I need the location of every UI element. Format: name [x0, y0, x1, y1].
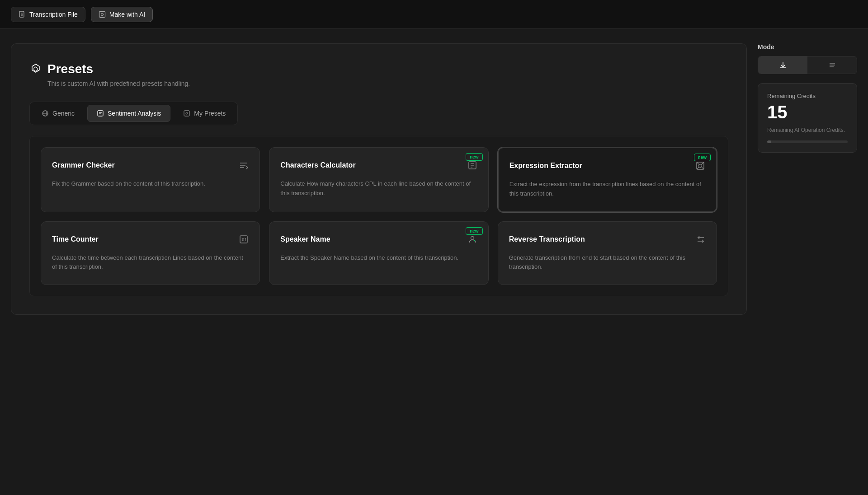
page-header: Presets This is custom AI with predefine… — [29, 62, 728, 87]
card-grammer-checker[interactable]: Grammer Checker Fix the Grammer based on… — [41, 147, 260, 212]
credits-bar-fill — [767, 140, 771, 143]
new-badge-characters: new — [466, 153, 482, 161]
card-desc-time: Calculate the time between each transcri… — [52, 253, 249, 272]
card-characters-calculator[interactable]: new Characters Calculator Calculate How … — [269, 147, 488, 212]
sentiment-icon — [97, 110, 104, 117]
tab-my-presets-label: My Presets — [194, 110, 226, 117]
main-layout: Presets This is custom AI with predefine… — [0, 29, 868, 329]
card-title-expression: Expression Extractor — [509, 162, 582, 170]
time-counter-icon: 01 — [239, 234, 249, 244]
credits-label: Remaining Credits — [767, 93, 848, 99]
globe-icon — [42, 110, 49, 117]
mode-label: Mode — [758, 43, 857, 51]
card-title-time: Time Counter — [52, 235, 99, 243]
characters-calculator-icon — [467, 160, 477, 170]
tab-sentiment-analysis[interactable]: Sentiment Analysis — [87, 105, 170, 122]
presets-header-icon — [29, 63, 42, 75]
transcription-file-label: Transcription File — [29, 11, 78, 18]
new-badge-speaker: new — [466, 227, 482, 235]
transcription-file-icon — [19, 11, 26, 18]
card-header-speaker: Speaker Name — [280, 234, 477, 244]
credits-card: Remaining Credits 15 Remaining AI Operat… — [758, 83, 857, 153]
topbar-dots — [158, 14, 857, 15]
svg-point-13 — [186, 112, 188, 114]
ai-icon — [99, 11, 106, 18]
svg-text:01: 01 — [242, 238, 247, 242]
card-header-grammer: Grammer Checker — [52, 160, 249, 170]
speaker-name-icon — [467, 234, 477, 244]
card-speaker-name[interactable]: new Speaker Name Extract the Speaker Nam… — [269, 221, 488, 285]
card-desc-reverse: Generate transcription from end to start… — [509, 253, 706, 272]
card-desc-speaker: Extract the Speaker Name based on the co… — [280, 253, 477, 263]
svg-rect-4 — [99, 11, 105, 17]
page-title-row: Presets — [29, 62, 93, 76]
tab-my-presets[interactable]: My Presets — [174, 105, 235, 122]
svg-rect-9 — [98, 111, 103, 116]
card-reverse-transcription[interactable]: Reverse Transcription Generate transcrip… — [498, 221, 717, 285]
credits-bar — [767, 140, 848, 143]
card-header-expression: Expression Extractor — [509, 161, 705, 171]
tabs: Generic Sentiment Analysis My Presets — [29, 102, 238, 125]
svg-point-29 — [471, 236, 474, 239]
make-with-ai-button[interactable]: Make with AI — [91, 7, 153, 22]
expression-extractor-icon — [695, 161, 705, 171]
svg-point-22 — [699, 164, 702, 168]
mode-switcher — [758, 56, 857, 74]
card-header-reverse: Reverse Transcription — [509, 234, 706, 244]
reverse-transcription-icon — [696, 234, 706, 244]
topbar: Transcription File Make with AI — [0, 0, 868, 29]
card-header-time: Time Counter 01 — [52, 234, 249, 244]
tab-generic-label: Generic — [52, 110, 75, 117]
card-desc-grammer: Fix the Grammer based on the content of … — [52, 179, 249, 189]
card-header-characters: Characters Calculator — [280, 160, 477, 170]
page-subtitle: This is custom AI with predefined preset… — [47, 80, 190, 87]
page-title: Presets — [47, 62, 93, 76]
make-with-ai-label: Make with AI — [109, 11, 145, 18]
cards-container: Grammer Checker Fix the Grammer based on… — [29, 136, 728, 296]
right-sidebar: Mode Remaining Credits 15 Remaining — [758, 43, 857, 315]
credits-sublabel: Remaining AI Operation Credits. — [767, 126, 848, 134]
tab-sentiment-label: Sentiment Analysis — [108, 110, 161, 117]
cards-grid: Grammer Checker Fix the Grammer based on… — [41, 147, 717, 285]
list-icon — [828, 61, 836, 69]
grammer-checker-icon — [239, 160, 249, 170]
svg-point-5 — [101, 13, 103, 15]
card-title-reverse: Reverse Transcription — [509, 235, 585, 243]
credits-number: 15 — [767, 103, 848, 121]
card-title-speaker: Speaker Name — [280, 235, 330, 243]
download-icon — [779, 61, 787, 69]
card-time-counter[interactable]: Time Counter 01 Calculate the time betwe… — [41, 221, 260, 285]
card-desc-characters: Calculate How many characters CPL in eac… — [280, 179, 477, 198]
svg-rect-12 — [184, 111, 189, 116]
card-expression-extractor[interactable]: new Expression Extractor Extract the exp — [498, 147, 717, 212]
tab-generic[interactable]: Generic — [33, 105, 84, 122]
transcription-file-button[interactable]: Transcription File — [11, 7, 85, 22]
mode-list-button[interactable] — [807, 56, 857, 74]
mode-download-button[interactable] — [758, 56, 807, 74]
content-area: Presets This is custom AI with predefine… — [11, 43, 747, 315]
card-desc-expression: Extract the expression from the transcri… — [509, 180, 705, 199]
card-title-characters: Characters Calculator — [280, 161, 355, 169]
card-title-grammer: Grammer Checker — [52, 161, 115, 169]
my-presets-icon — [183, 110, 190, 117]
new-badge-expression: new — [694, 154, 711, 161]
